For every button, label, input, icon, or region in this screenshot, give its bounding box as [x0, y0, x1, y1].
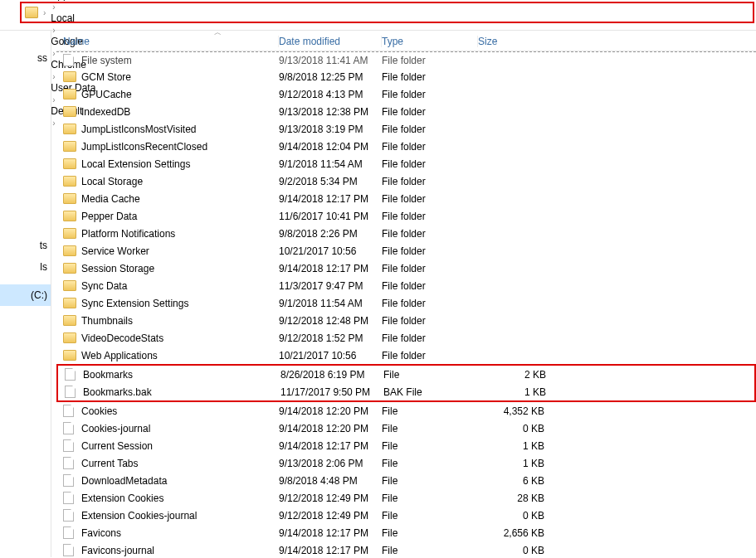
file-name: Extension Cookies-journal [81, 510, 279, 522]
file-date: 10/21/2017 10:56 [279, 350, 382, 361]
tree-item[interactable]: ts [0, 235, 51, 256]
file-row[interactable]: Favicons-journal9/14/2018 12:17 PMFile0 … [56, 541, 756, 558]
file-row[interactable]: Current Tabs9/13/2018 2:06 PMFile1 KB [56, 454, 756, 472]
file-row[interactable]: IndexedDB9/13/2018 12:38 PMFile folder [56, 103, 756, 120]
file-date: 9/13/2018 11:41 AM [279, 55, 382, 66]
tree-item[interactable]: ss [0, 47, 51, 69]
file-name: GPUCache [81, 89, 279, 100]
breadcrumb-segment[interactable]: AppData [51, 0, 116, 1]
file-row[interactable]: Service Worker10/21/2017 10:56File folde… [56, 242, 756, 260]
file-name: Extension Cookies [81, 492, 279, 504]
file-row[interactable]: File system9/13/2018 11:41 AMFile folder [56, 51, 756, 68]
file-row[interactable]: Sync Data11/3/2017 9:47 PMFile folder [56, 277, 756, 294]
file-date: 9/8/2018 2:26 PM [279, 228, 382, 240]
chevron-right-icon[interactable]: › [41, 8, 47, 17]
file-row[interactable]: Web Applications10/21/2017 10:56File fol… [56, 347, 756, 364]
file-row[interactable]: JumpListIconsRecentClosed9/14/2018 12:04… [56, 138, 756, 155]
file-type: File folder [382, 176, 478, 187]
file-name: Cookies [81, 405, 279, 417]
folder-icon [63, 263, 76, 274]
file-row[interactable]: VideoDecodeStats9/12/2018 1:52 PMFile fo… [56, 329, 756, 347]
column-header-name[interactable]: Name [63, 36, 279, 47]
file-row[interactable]: Pepper Data11/6/2017 10:41 PMFile folder [56, 207, 756, 225]
column-header-size[interactable]: Size [478, 36, 554, 47]
file-row[interactable]: Session Storage9/14/2018 12:17 PMFile fo… [56, 260, 756, 277]
file-icon [63, 492, 74, 504]
file-row[interactable]: Media Cache9/14/2018 12:17 PMFile folder [56, 190, 756, 207]
file-type: File folder [382, 280, 478, 292]
file-row[interactable]: JumpListIconsMostVisited9/13/2018 3:19 P… [56, 120, 756, 138]
file-icon [65, 368, 76, 381]
file-row[interactable]: Cookies9/14/2018 12:20 PMFile4,352 KB [56, 402, 756, 420]
file-type: File folder [382, 193, 478, 205]
file-name: Platform Notifications [81, 228, 279, 240]
folder-icon [63, 71, 76, 82]
file-type: File folder [382, 298, 478, 309]
file-row[interactable]: Cookies-journal9/14/2018 12:20 PMFile0 K… [56, 420, 756, 437]
file-name: Service Worker [81, 245, 279, 257]
file-date: 9/12/2018 4:13 PM [279, 89, 382, 100]
file-name: Current Tabs [81, 458, 279, 469]
file-row[interactable]: Platform Notifications9/8/2018 2:26 PMFi… [56, 225, 756, 242]
file-date: 11/6/2017 10:41 PM [279, 211, 382, 222]
file-date: 9/14/2018 12:20 PM [279, 423, 382, 434]
file-size: 1 KB [478, 440, 554, 452]
column-header-date[interactable]: Date modified [279, 36, 382, 47]
file-icon [63, 405, 74, 417]
file-name: Pepper Data [81, 211, 279, 222]
file-row[interactable]: Local Extension Settings9/1/2018 11:54 A… [56, 155, 756, 172]
file-date: 9/14/2018 12:20 PM [279, 405, 382, 417]
file-icon [63, 457, 74, 469]
file-row[interactable]: Favicons9/14/2018 12:17 PMFile2,656 KB [56, 524, 756, 541]
file-size: 6 KB [478, 475, 554, 487]
file-date: 9/8/2018 4:48 PM [279, 475, 382, 487]
file-name: Current Session [81, 440, 279, 452]
file-date: 8/26/2018 6:19 PM [280, 369, 383, 381]
file-name: Favicons-journal [81, 545, 279, 556]
file-date: 9/13/2018 3:19 PM [279, 124, 382, 135]
file-date: 11/3/2017 9:47 PM [279, 280, 382, 292]
tree-item[interactable]: (C:) [0, 284, 51, 306]
file-name: Local Extension Settings [81, 158, 279, 170]
file-type: BAK File [383, 386, 480, 398]
file-icon [63, 544, 74, 556]
chevron-right-icon[interactable]: › [51, 2, 56, 12]
folder-icon [63, 228, 76, 239]
file-date: 9/14/2018 12:17 PM [279, 545, 382, 556]
file-type: File [382, 423, 478, 434]
file-name: GCM Store [81, 71, 279, 83]
file-size: 4,352 KB [478, 405, 554, 417]
file-row[interactable]: Current Session9/14/2018 12:17 PMFile1 K… [56, 437, 756, 454]
file-row[interactable]: GCM Store9/8/2018 12:25 PMFile folder [56, 68, 756, 85]
file-row[interactable]: Bookmarks.bak11/17/2017 9:50 PMBAK File1… [58, 383, 754, 400]
file-row[interactable]: GPUCache9/12/2018 4:13 PMFile folder [56, 85, 756, 103]
tree-item[interactable]: ls [0, 256, 51, 278]
file-row[interactable]: DownloadMetadata9/8/2018 4:48 PMFile6 KB [56, 472, 756, 489]
file-name: Bookmarks [83, 369, 280, 381]
folder-icon [63, 176, 76, 187]
column-headers[interactable]: ︿ Name Date modified Type Size [56, 31, 756, 51]
file-type: File folder [382, 263, 478, 274]
file-date: 11/17/2017 9:50 PM [280, 386, 383, 398]
file-name: Sync Data [81, 280, 279, 292]
file-row[interactable]: Bookmarks8/26/2018 6:19 PMFile2 KB [58, 366, 754, 383]
file-name: Bookmarks.bak [83, 386, 280, 398]
file-icon [65, 386, 76, 398]
file-date: 9/1/2018 11:54 AM [279, 298, 382, 309]
file-type: File [382, 475, 478, 487]
file-icon [63, 54, 74, 66]
navigation-pane[interactable]: sstsls(C:) [0, 31, 51, 557]
address-bar[interactable]: › This PC›Local Disk (C:)›Users›ajit›App… [20, 2, 754, 23]
file-name: IndexedDB [81, 106, 279, 118]
file-row[interactable]: Local Storage9/2/2018 5:34 PMFile folder [56, 172, 756, 190]
file-name: File system [81, 55, 279, 66]
file-row[interactable]: Thumbnails9/12/2018 12:48 PMFile folder [56, 312, 756, 329]
file-icon [63, 422, 74, 434]
breadcrumb-segment[interactable]: Local [51, 12, 116, 24]
file-name: JumpListIconsRecentClosed [81, 141, 279, 153]
column-header-type[interactable]: Type [382, 36, 478, 47]
file-row[interactable]: Sync Extension Settings9/1/2018 11:54 AM… [56, 294, 756, 312]
file-type: File folder [382, 245, 478, 257]
file-row[interactable]: Extension Cookies9/12/2018 12:49 PMFile2… [56, 489, 756, 507]
file-row[interactable]: Extension Cookies-journal9/12/2018 12:49… [56, 507, 756, 524]
